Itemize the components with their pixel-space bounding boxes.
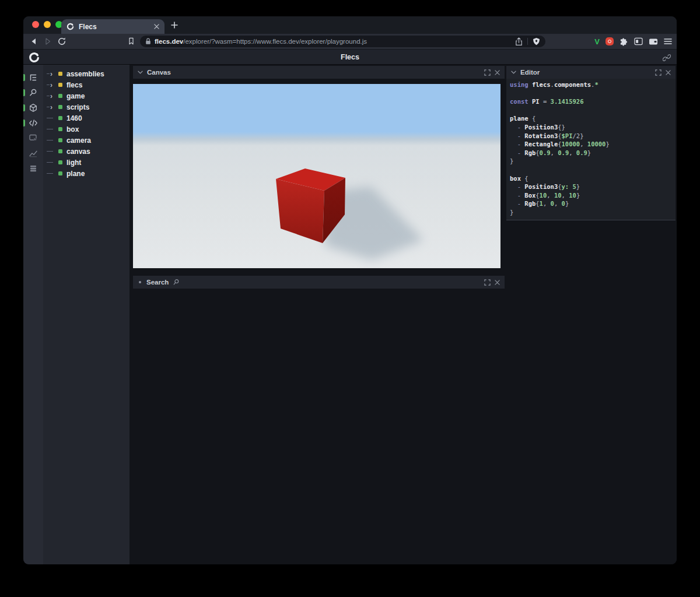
reload-button[interactable] bbox=[57, 37, 66, 46]
browser-tab[interactable]: Flecs bbox=[61, 19, 164, 34]
extensions-area: V bbox=[594, 34, 672, 49]
code-line: - Position3{y: 5} bbox=[510, 182, 673, 191]
expand-chevron-icon[interactable]: › bbox=[47, 104, 58, 110]
tree-item-label: camera bbox=[66, 136, 91, 145]
expand-chevron-icon[interactable]: › bbox=[47, 93, 58, 99]
tree-item-box[interactable]: box bbox=[43, 124, 130, 135]
browser-toolbar: flecs.dev/explorer/?wasm=https://www.fle… bbox=[23, 34, 677, 49]
tree-item-light[interactable]: light bbox=[43, 157, 130, 168]
wallet-icon[interactable] bbox=[649, 38, 658, 45]
canvas-panel-header[interactable]: Canvas bbox=[133, 66, 505, 79]
window-controls bbox=[32, 21, 62, 28]
chevron-down-icon[interactable] bbox=[138, 71, 143, 74]
tree-view-icon[interactable] bbox=[23, 70, 43, 85]
entity-kind-square bbox=[58, 138, 62, 142]
new-tab-button[interactable] bbox=[170, 21, 178, 29]
editor-panel: Editor using flecs.components.* const PI… bbox=[506, 66, 676, 220]
code-line: - Rectangle{10000, 10000} bbox=[510, 140, 673, 149]
entity-kind-square bbox=[58, 83, 62, 87]
code-line: - Rotation3{$PI/2} bbox=[510, 132, 673, 141]
tree-item-plane[interactable]: plane bbox=[43, 168, 130, 179]
minimize-window-button[interactable] bbox=[44, 21, 51, 28]
extension-adblock-icon[interactable] bbox=[606, 37, 614, 45]
fullscreen-icon[interactable] bbox=[484, 279, 491, 286]
tree-item-flecs[interactable]: ›flecs bbox=[43, 79, 130, 90]
3d-scene bbox=[133, 84, 501, 268]
editor-panel-header[interactable]: Editor bbox=[506, 66, 676, 79]
tree-item-label: flecs bbox=[66, 81, 82, 89]
canvas-3d-viewport[interactable] bbox=[133, 84, 501, 268]
url-domain: flecs.dev bbox=[155, 38, 183, 45]
url-path: /explorer/?wasm=https://www.flecs.dev/ex… bbox=[183, 38, 367, 45]
tab-close-icon[interactable] bbox=[154, 24, 159, 29]
menu-hamburger-icon[interactable] bbox=[664, 38, 672, 45]
collapsed-indicator-dot[interactable] bbox=[139, 281, 141, 283]
back-button[interactable] bbox=[29, 37, 38, 46]
chevron-down-icon[interactable] bbox=[511, 71, 516, 74]
search-panel-header[interactable]: Search bbox=[133, 276, 505, 289]
search-panel-title: Search bbox=[146, 279, 169, 286]
tree-item-camera[interactable]: camera bbox=[43, 135, 130, 146]
search-icon[interactable] bbox=[23, 85, 43, 100]
tool-sidebar bbox=[23, 65, 43, 564]
editor-code[interactable]: using flecs.components.* const PI = 3.14… bbox=[506, 79, 676, 220]
tab-title: Flecs bbox=[79, 23, 97, 31]
url-bar[interactable]: flecs.dev/explorer/?wasm=https://www.fle… bbox=[140, 36, 545, 47]
tree-connector bbox=[47, 162, 58, 163]
extensions-puzzle-icon[interactable] bbox=[620, 37, 628, 46]
tree-item-label: 1460 bbox=[66, 114, 82, 122]
tree-connector bbox=[47, 140, 58, 141]
entity-tree: ›assemblies›flecs›game›scripts1460boxcam… bbox=[43, 65, 130, 564]
code-line: - Box{10, 10, 10} bbox=[510, 191, 673, 200]
code-line: using flecs.components.* bbox=[510, 80, 673, 89]
tab-favicon-flecs-logo-icon bbox=[66, 23, 74, 30]
tree-connector bbox=[47, 129, 58, 129]
lock-icon bbox=[145, 38, 151, 45]
tree-item-label: box bbox=[66, 125, 79, 134]
close-panel-icon[interactable] bbox=[495, 70, 500, 75]
tree-item-canvas[interactable]: canvas bbox=[43, 146, 130, 157]
forward-button[interactable] bbox=[43, 37, 52, 46]
search-magnifier-icon bbox=[173, 279, 180, 286]
stats-icon[interactable] bbox=[23, 146, 43, 161]
extension-v-icon[interactable]: V bbox=[594, 38, 600, 45]
entities-icon[interactable] bbox=[23, 100, 43, 115]
app-content: ›assemblies›flecs›game›scripts1460boxcam… bbox=[23, 65, 677, 564]
tree-item-assemblies[interactable]: ›assemblies bbox=[43, 68, 130, 79]
code-line: } bbox=[510, 157, 673, 166]
close-window-button[interactable] bbox=[32, 21, 39, 28]
bookmark-icon[interactable] bbox=[127, 37, 135, 45]
tree-item-label: scripts bbox=[66, 103, 89, 111]
expand-chevron-icon[interactable]: › bbox=[47, 82, 58, 88]
entity-kind-square bbox=[58, 171, 62, 175]
share-icon[interactable] bbox=[515, 37, 523, 46]
tree-item-scripts[interactable]: ›scripts bbox=[43, 101, 130, 113]
code-line: - Position3{} bbox=[510, 123, 673, 132]
code-line: plane { bbox=[510, 114, 673, 123]
fullscreen-icon[interactable] bbox=[655, 69, 662, 76]
tree-item-label: canvas bbox=[66, 148, 90, 156]
tree-item-label: plane bbox=[66, 170, 85, 178]
fullscreen-icon[interactable] bbox=[484, 69, 491, 76]
tree-item-1460[interactable]: 1460 bbox=[43, 113, 130, 124]
tables-icon[interactable] bbox=[23, 161, 43, 176]
canvas-panel-title: Canvas bbox=[147, 69, 171, 76]
url-bar-divider bbox=[527, 38, 528, 45]
browser-window: Flecs flecs.dev/explorer/?wasm=htt bbox=[23, 16, 677, 564]
code-icon[interactable] bbox=[23, 115, 43, 131]
share-link-icon[interactable] bbox=[663, 54, 671, 62]
close-panel-icon[interactable] bbox=[666, 70, 671, 75]
tree-item-game[interactable]: ›game bbox=[43, 90, 130, 101]
code-line bbox=[510, 106, 673, 115]
tree-connector bbox=[47, 118, 58, 118]
tree-connector bbox=[47, 151, 58, 152]
expand-chevron-icon[interactable]: › bbox=[47, 71, 58, 77]
entity-kind-square bbox=[58, 94, 62, 98]
close-panel-icon[interactable] bbox=[495, 280, 500, 285]
page-title: Flecs bbox=[23, 53, 677, 61]
brave-shield-icon[interactable] bbox=[533, 37, 540, 46]
inspector-icon[interactable] bbox=[23, 131, 43, 146]
active-indicator bbox=[23, 120, 25, 127]
sidebar-toggle-icon[interactable] bbox=[634, 37, 643, 45]
browser-tab-bar: Flecs bbox=[23, 16, 677, 34]
